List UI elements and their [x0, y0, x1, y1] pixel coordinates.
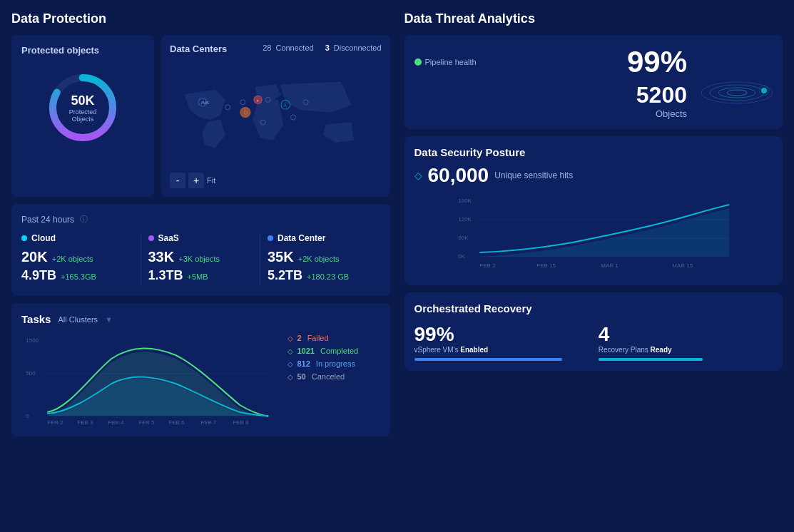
dc-title: Data Centers — [170, 44, 227, 54]
dc-storage-sub: +180.23 GB — [307, 272, 349, 281]
tasks-title: Tasks — [21, 313, 51, 325]
cloud-objects-row: 20K +2K objects — [21, 249, 133, 265]
pipeline-card: Pipeline health 99% 5200 Objects — [404, 35, 783, 129]
past24-label: Past 24 hours — [21, 215, 74, 225]
map-zoom-in-button[interactable]: + — [188, 173, 204, 188]
svg-text:FEB 2: FEB 2 — [479, 262, 496, 269]
cloud-type: Cloud — [21, 233, 133, 243]
canceled-icon: ◇ — [287, 373, 293, 381]
cloud-label: Cloud — [31, 233, 56, 243]
svg-point-15 — [290, 115, 295, 120]
pipeline-stats: Pipeline health 99% 5200 Objects — [414, 45, 688, 119]
cloud-objects-big: 20K — [21, 249, 48, 265]
svg-point-32 — [727, 90, 747, 96]
completed-icon: ◇ — [287, 347, 293, 355]
svg-text:MAR 1: MAR 1 — [601, 262, 619, 269]
cloud-storage-sub: +165.3GB — [61, 272, 96, 281]
cloud-objects-sub: +2K objects — [52, 255, 93, 263]
dsp-title: Data Security Posture — [414, 146, 773, 158]
donut-chart: 50K Protected Objects — [44, 68, 122, 147]
svg-text:180K: 180K — [458, 198, 472, 204]
failed-num: 2 — [297, 334, 302, 342]
dsp-card: Data Security Posture ◇ 60,000 Unique se… — [404, 136, 783, 285]
saas-label: SaaS — [158, 233, 179, 243]
saas-storage-big: 1.3TB — [148, 268, 183, 283]
plans-label: Recovery Plans Ready — [599, 346, 773, 354]
pipeline-status-dot — [414, 58, 422, 66]
map-zoom-out-button[interactable]: - — [170, 173, 185, 188]
objects-num: 5200 — [636, 82, 687, 108]
pipeline-badge: Pipeline health — [414, 58, 477, 66]
svg-text:●: ● — [256, 98, 258, 103]
dc-type: Data Center — [268, 233, 373, 243]
map-controls: - + Fit — [170, 173, 382, 188]
svg-text:1500: 1500 — [26, 337, 39, 344]
recovery-title: Orchestrated Recovery — [414, 302, 773, 314]
radar-visual — [687, 53, 773, 111]
radar-svg — [687, 53, 773, 111]
saas-storage-sub: +5MB — [188, 272, 208, 281]
saas-type: SaaS — [148, 233, 253, 243]
right-section-title: Data Threat Analytics — [404, 11, 783, 26]
dc-objects-row: 35K +2K objects — [268, 249, 373, 265]
tasks-legend: ◇ 2 Failed ◇ 1021 Completed ◇ 812 In pro… — [280, 334, 380, 426]
recovery-card: Orchestrated Recovery 99% vSphere VM's E… — [404, 292, 783, 371]
legend-failed: ◇ 2 Failed — [287, 334, 380, 342]
donut-label: 50K Protected Objects — [63, 93, 103, 123]
dc-metric: Data Center 35K +2K objects 5.2TB +180.2… — [260, 233, 380, 286]
vsphere-label: vSphere VM's Enabled — [414, 346, 589, 354]
dsp-chart-container: 180K 120K 60K 0K FEB 2 FEB 15 — [414, 194, 773, 275]
inprogress-icon: ◇ — [287, 360, 293, 368]
svg-text:⬡: ⬡ — [244, 111, 248, 115]
svg-text:FEB 8: FEB 8 — [233, 419, 249, 426]
objects-row: 5200 Objects — [414, 82, 688, 119]
protected-count: 50K — [63, 93, 103, 108]
svg-point-33 — [761, 88, 767, 93]
inprogress-num: 812 — [297, 359, 310, 368]
svg-text:FEB 2: FEB 2 — [47, 419, 63, 426]
metrics-card: Past 24 hours ⓘ Cloud 20K +2K objects 4.… — [11, 204, 390, 296]
dashboard: Data Protection Protected objects — [0, 0, 794, 532]
tasks-chart: 1500 500 0 — [21, 334, 273, 426]
metrics-grid: Cloud 20K +2K objects 4.9TB +165.3GB — [21, 233, 380, 286]
saas-dot — [148, 235, 154, 241]
cloud-storage-row: 4.9TB +165.3GB — [21, 268, 133, 283]
sensitive-num: 60,000 — [428, 164, 489, 187]
failed-label: Failed — [307, 334, 329, 342]
metrics-header: Past 24 hours ⓘ — [21, 214, 380, 225]
plans-num: 4 — [599, 323, 773, 346]
canceled-label: Canceled — [312, 372, 345, 381]
svg-text:FEB 6: FEB 6 — [168, 419, 185, 426]
dc-connected: 28 Connected — [263, 44, 314, 52]
cloud-storage-big: 4.9TB — [21, 268, 56, 283]
pipeline-row: Pipeline health 99% — [414, 45, 688, 79]
svg-text:500: 500 — [26, 370, 36, 377]
svg-text:FEB 7: FEB 7 — [200, 419, 217, 426]
world-map-area: AWS ⬡ ● A — [170, 61, 382, 168]
tasks-body: 1500 500 0 — [21, 334, 380, 426]
vsphere-bar — [414, 358, 563, 361]
tasks-card: Tasks All Clusters ▼ 1500 500 0 — [11, 303, 390, 436]
svg-text:FEB 15: FEB 15 — [536, 262, 556, 269]
svg-text:FEB 4: FEB 4 — [108, 419, 124, 426]
info-icon: ⓘ — [80, 214, 88, 225]
sensitive-label: Unique sensitive hits — [494, 170, 573, 180]
dc-dot — [268, 235, 273, 241]
dsp-chart-svg: 180K 120K 60K 0K FEB 2 FEB 15 — [414, 194, 773, 272]
world-map-svg: AWS ⬡ ● A — [170, 61, 382, 168]
vsphere-recovery: 99% vSphere VM's Enabled — [414, 323, 589, 361]
svg-text:AWS: AWS — [201, 101, 210, 105]
right-panel: Data Threat Analytics Pipeline health 99… — [397, 11, 783, 521]
pipeline-inner: Pipeline health 99% 5200 Objects — [414, 45, 773, 119]
svg-text:MAR 15: MAR 15 — [672, 262, 693, 269]
dc-status-row: 28 Connected 3 Disconnected — [263, 44, 381, 52]
dc-storage-row: 5.2TB +180.23 GB — [268, 268, 373, 283]
plans-recovery: 4 Recovery Plans Ready — [599, 323, 773, 361]
svg-text:FEB 3: FEB 3 — [77, 419, 93, 426]
map-fit-button[interactable]: Fit — [207, 176, 215, 185]
tasks-filter[interactable]: All Clusters — [58, 315, 98, 324]
tasks-svg: 1500 500 0 — [21, 334, 273, 426]
legend-inprogress: ◇ 812 In progress — [287, 359, 380, 368]
failed-icon: ◇ — [287, 334, 293, 342]
canceled-num: 50 — [297, 372, 306, 381]
